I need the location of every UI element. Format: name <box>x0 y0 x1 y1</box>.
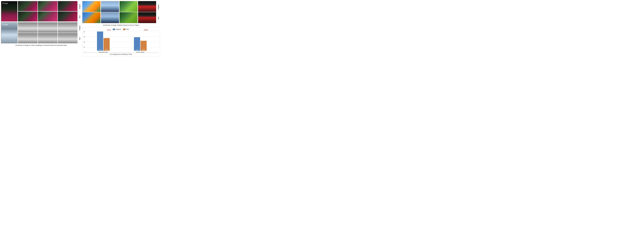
legend-original-swatch <box>113 28 115 30</box>
synthesis-side-labels: Original Ours <box>157 1 160 23</box>
flower-ours-label: Ours <box>79 15 80 18</box>
y-label-20: 20 <box>84 46 85 48</box>
penguin-video-section: Prompt Original Ours (a) <box>1 22 81 46</box>
chart-container: Original Ours 80 60 40 20 0 <box>82 27 160 57</box>
penguin-frame-4 <box>18 33 38 43</box>
pixart-ours-value: 38.81 <box>142 49 145 50</box>
anime-ours <box>101 12 119 23</box>
dynamicrafter-speedup-label: 1.52 x <box>107 29 111 31</box>
penguin-prompt-box: Prompt <box>1 22 18 43</box>
legend-original: Original <box>113 28 121 30</box>
city-ours <box>138 12 156 23</box>
bar-groups: 75.23 1.52 x 49.56 <box>86 31 158 53</box>
penguin-frame-1 <box>18 22 38 32</box>
dynamicrafter-original-bar-wrapper: 75.23 <box>97 31 103 51</box>
synthesis-col-3 <box>120 1 138 23</box>
forest-original <box>120 1 138 12</box>
y-label-80: 80 <box>84 31 85 32</box>
left-panel: Prompt Original Ours <box>1 1 81 57</box>
flower-side-labels: Original Ours <box>78 1 81 21</box>
pixart-bar-pair: 52.74 1.36 x 38.81 <box>134 31 146 51</box>
pixart-ours-bar-wrapper: 1.36 x 38.81 <box>140 31 146 51</box>
legend-ours-label: Ours <box>126 28 129 30</box>
penguin-frame-3 <box>58 22 78 32</box>
bar-group-pixart: 52.74 1.36 x 38.81 <box>124 31 157 53</box>
left-panel-caption: (a) Results of Image-to-Video Sampling A… <box>1 44 81 46</box>
penguin-frame-6 <box>58 33 78 43</box>
flower-frame-2 <box>38 1 58 11</box>
bar-group-dynamicrafter: 75.23 1.52 x 49.56 <box>87 31 120 53</box>
synthesis-col-1 <box>82 1 100 23</box>
dynamicrafter-ours-bar-wrapper: 1.52 x 49.56 <box>104 31 110 51</box>
flower-frame-1 <box>18 1 38 11</box>
synthesis-col-2 <box>101 1 119 23</box>
penguin-frame-5 <box>38 33 58 43</box>
synthesis-col-4 <box>138 1 156 23</box>
flower-prompt-box: Prompt <box>1 1 18 21</box>
flower-prompt-label: Prompt <box>2 2 8 4</box>
flower-frame-4 <box>18 11 38 21</box>
y-label-0: 0 <box>84 51 85 53</box>
flower-frame-6 <box>58 11 78 21</box>
flower-frame-5 <box>38 11 58 21</box>
forest-ours <box>120 12 138 23</box>
synthesis-ours-label: Ours <box>158 16 159 19</box>
main-container: Prompt Original Ours <box>0 0 161 58</box>
penguin-frame-2 <box>38 22 58 32</box>
dynamicrafter-label: DynamiCrafter <box>99 51 108 53</box>
penguin-prompt-label: Prompt <box>2 23 8 26</box>
flower-video-section: Prompt Original Ours <box>1 1 81 21</box>
flower-frame-3 <box>58 1 78 11</box>
pixart-original-value: 52.74 <box>136 49 139 50</box>
pixart-original-bar: 52.74 <box>134 37 140 51</box>
pixart-ours-bar: 38.81 <box>140 41 146 51</box>
flower-original-label: Original <box>79 4 80 9</box>
dynamicrafter-bar-pair: 75.23 1.52 x 49.56 <box>97 31 110 51</box>
cat-original <box>82 1 100 12</box>
synthesis-original-label: Original <box>158 4 159 9</box>
cat-ours <box>82 12 100 23</box>
y-axis: 80 60 40 20 0 <box>84 31 85 53</box>
dynamicrafter-ours-bar: 49.56 <box>104 38 110 51</box>
city-original <box>138 1 156 12</box>
y-label-60: 60 <box>84 36 85 38</box>
dynamicrafter-ours-value: 49.56 <box>105 49 108 50</box>
penguin-video-row: Prompt Original Ours <box>1 22 81 43</box>
synthesis-section: Original Ours <box>82 1 160 23</box>
legend-ours-swatch <box>123 28 125 30</box>
pixart-label: pixArt-sigma <box>136 51 144 53</box>
chart-caption: (c) Comparison of Inference Time <box>84 53 158 55</box>
penguin-side-labels: Original Ours <box>78 22 81 43</box>
pixart-original-bar-wrapper: 52.74 <box>134 31 140 51</box>
pixart-speedup-label: 1.36 x <box>144 29 148 31</box>
penguin-ours-label: Ours <box>79 37 80 40</box>
right-panel: Original Ours (b) Results of Image Synth… <box>82 1 160 57</box>
legend-ours: Ours <box>123 28 129 30</box>
penguin-original-label: Original <box>79 25 80 30</box>
anime-original <box>101 1 119 12</box>
legend-original-label: Original <box>116 28 121 30</box>
synthesis-caption: (b) Results of Image Synthesis Based on … <box>82 24 160 26</box>
chart-area-wrapper: 80 60 40 20 0 <box>84 31 158 53</box>
y-label-40: 40 <box>84 41 85 43</box>
penguin-grid <box>18 22 78 43</box>
bars-wrapper: 75.23 1.52 x 49.56 <box>86 31 158 53</box>
flower-video-row: Prompt Original Ours <box>1 1 81 21</box>
flower-grid <box>18 1 78 21</box>
dynamicrafter-original-value: 75.23 <box>98 49 102 50</box>
dynamicrafter-original-bar: 75.23 <box>97 31 103 51</box>
